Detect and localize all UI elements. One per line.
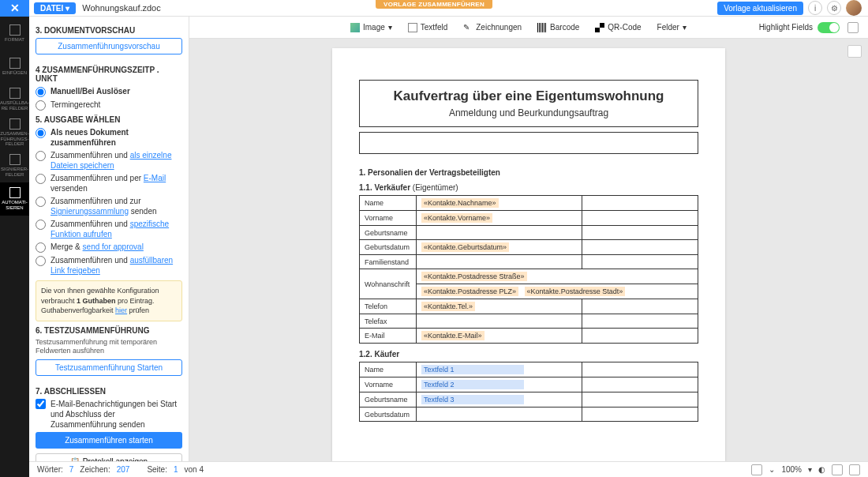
status-bar: Wörter: 7 Zeichen: 207 Seite: 1 von 4 ⌄ … <box>29 461 868 477</box>
qrcode-icon <box>595 23 604 32</box>
merge-template-badge: VORLAGE ZUSAMMENFÜHREN <box>376 0 492 9</box>
merge-field[interactable]: «Kontakte.Geburtsdatum» <box>421 242 509 252</box>
heading-1-1: 1.1. Verkäufer (Eigentümer) <box>359 183 698 192</box>
email-notify-checkbox[interactable]: E-Mail-Benachrichtigungen bei Start und … <box>36 399 182 430</box>
merge-field[interactable]: «Kontakte.Tel.» <box>421 302 475 311</box>
section-3-title: 3. DOKUMENTVORSCHAU <box>36 26 182 35</box>
overflow-icon[interactable] <box>751 464 762 475</box>
table-row: Familienstand <box>360 255 698 269</box>
doc-title: Kaufvertrag über eine Eigentumswohnung <box>368 88 690 104</box>
merge-field[interactable]: «Kontakte.Nachname» <box>421 198 499 208</box>
text-field[interactable]: Textfeld 3 <box>421 395 524 404</box>
table-row: E-Mail«Kontakte.E-Mail» <box>360 329 698 344</box>
doc-subtitle: Anmeldung und Beurkundungsauftrag <box>368 107 690 118</box>
section-5-title: 5. AUSGABE WÄHLEN <box>36 115 182 124</box>
document-page: Kaufvertrag über eine Eigentumswohnung A… <box>332 48 725 461</box>
start-merge-button[interactable]: Zusammenführen starten <box>36 432 182 449</box>
tool-drawings[interactable]: ✎Zeichnungen <box>457 21 528 35</box>
avatar[interactable] <box>846 0 862 16</box>
filename: Wohnungskauf.zdoc <box>82 3 160 13</box>
tool-fields[interactable]: Felder▾ <box>651 21 693 34</box>
text-field[interactable]: Textfeld 1 <box>421 365 524 374</box>
rail-fillable-fields[interactable]: AUSFÜLLBA-RE FELDER <box>0 83 29 116</box>
output-option-4[interactable]: Zusammenführen und spezifische Funktion … <box>36 219 182 239</box>
layout-icon[interactable] <box>847 22 859 33</box>
table-row: NameTextfeld 1 <box>360 362 698 377</box>
page-of: von 4 <box>185 465 204 474</box>
left-rail: FORMAT EINFÜGEN AUSFÜLLBA-RE FELDER ZUSA… <box>0 17 29 477</box>
table-row: Geburtsdatum <box>360 408 698 422</box>
barcode-icon <box>537 23 547 32</box>
page-current: 1 <box>174 465 178 474</box>
words-count: 7 <box>69 465 74 474</box>
text-field[interactable]: Textfeld 2 <box>421 380 524 389</box>
heading-1-2: 1.2. Käufer <box>359 350 698 359</box>
words-label: Wörter: <box>37 465 63 474</box>
merge-preview-button[interactable]: Zusammenführungsvorschau <box>36 38 182 54</box>
table-row: Vorname«Kontakte.Vorname» <box>360 211 698 226</box>
chevron-down-icon: ▾ <box>388 23 392 32</box>
time-option-manual[interactable]: Manuell/Bei Auslöser <box>36 86 182 97</box>
tool-image[interactable]: Image▾ <box>344 21 398 35</box>
tool-barcode[interactable]: Barcode <box>531 21 586 35</box>
credit-info-box: Die von Ihnen gewählte Konfiguration ver… <box>36 280 182 321</box>
tool-qrcode[interactable]: QR-Code <box>589 21 647 35</box>
chevron-down-icon[interactable]: ▾ <box>808 465 812 474</box>
seller-table: Name«Kontakte.Nachname»Vorname«Kontakte.… <box>359 195 698 344</box>
chevron-down-icon: ▾ <box>683 23 687 32</box>
section-6-title: 6. TESTZUSAMMENFÜHRUNG <box>36 326 182 335</box>
rail-format[interactable]: FORMAT <box>0 17 29 50</box>
empty-box <box>359 132 698 154</box>
merge-field[interactable]: «Kontakte.Vorname» <box>421 213 492 223</box>
rail-insert[interactable]: EINFÜGEN <box>0 50 29 83</box>
automation-sidebar: 3. DOKUMENTVORSCHAU Zusammenführungsvors… <box>29 17 189 477</box>
section-4-title: 4 ZUSAMMENFÜHRUNGSZEITP . UNKT <box>36 66 182 83</box>
info-icon[interactable]: i <box>808 1 822 15</box>
page-label: Seite: <box>147 465 167 474</box>
table-row: Geburtsname <box>360 226 698 240</box>
merge-field[interactable]: «Kontakte.Postadresse PLZ» <box>421 287 518 296</box>
merge-field[interactable]: «Kontakte.Postadresse Straße» <box>421 272 527 281</box>
document-canvas[interactable]: Kaufvertrag über eine Eigentumswohnung A… <box>189 39 868 461</box>
highlight-fields-toggle[interactable]: Highlight Fields <box>759 22 840 33</box>
moon-icon[interactable]: ◐ <box>818 465 825 474</box>
tool-textfield[interactable]: Textfeld <box>402 21 454 35</box>
highlight-label: Highlight Fields <box>759 23 813 32</box>
table-row: Telefax <box>360 314 698 329</box>
page-display-icon[interactable] <box>847 45 862 58</box>
pencil-icon: ✎ <box>463 23 473 32</box>
rail-merge-fields[interactable]: ZUSAMMEN-FÜHRUNGS-FELDER <box>0 116 29 149</box>
rail-sign-fields[interactable]: SIGNIERER-FELDER <box>0 149 29 182</box>
output-option-1[interactable]: Zusammenführen und als einzelne Dateien … <box>36 150 182 171</box>
credit-link[interactable]: hier <box>115 306 127 314</box>
chars-label: Zeichen: <box>80 465 110 474</box>
section-6-subtext: Testzusammenführung mit temporären Feldw… <box>36 338 182 356</box>
output-option-3[interactable]: Zusammenführen und zur Signierungssammlu… <box>36 196 182 216</box>
rail-automate[interactable]: AUTOMATI-SIEREN <box>0 182 29 216</box>
chars-count: 207 <box>117 465 130 474</box>
textfield-icon <box>408 23 417 32</box>
table-row: Name«Kontakte.Nachname» <box>360 196 698 211</box>
test-merge-button[interactable]: Testzusammenführung Starten <box>36 359 182 376</box>
update-template-button[interactable]: Vorlage aktualisieren <box>717 2 803 15</box>
zoom-level[interactable]: 100% <box>781 465 802 474</box>
comment-icon[interactable] <box>849 464 860 475</box>
layout-icon-2[interactable] <box>832 464 843 475</box>
gear-icon[interactable]: ⚙ <box>827 1 841 15</box>
output-option-2[interactable]: Zusammenführen und per E-Mail versenden <box>36 173 182 193</box>
output-option-5[interactable]: Merge & send for approval <box>36 242 182 253</box>
heading-1: 1. Personalien der Vertragsbeteiligten <box>359 168 698 177</box>
close-icon[interactable]: ✕ <box>0 0 29 17</box>
buyer-table: NameTextfeld 1VornameTextfeld 2Geburtsna… <box>359 362 698 422</box>
chevron-down-icon[interactable]: ⌄ <box>769 465 775 474</box>
image-icon <box>350 23 360 32</box>
merge-field[interactable]: «Kontakte.E-Mail» <box>421 331 485 340</box>
merge-field[interactable]: «Kontakte.Postadresse Stadt» <box>525 287 626 296</box>
table-row: GeburtsnameTextfeld 3 <box>360 392 698 408</box>
toggle-switch[interactable] <box>817 22 840 33</box>
file-pill[interactable]: DATEI▾ <box>34 2 76 14</box>
output-option-6[interactable]: Zusammenführen und ausfüllbaren Link fre… <box>36 255 182 276</box>
table-row: Telefon«Kontakte.Tel.» <box>360 299 698 314</box>
output-option-0[interactable]: Als neues Dokument zusammenführen <box>36 127 182 148</box>
time-option-scheduled[interactable]: Termingerecht <box>36 100 182 111</box>
